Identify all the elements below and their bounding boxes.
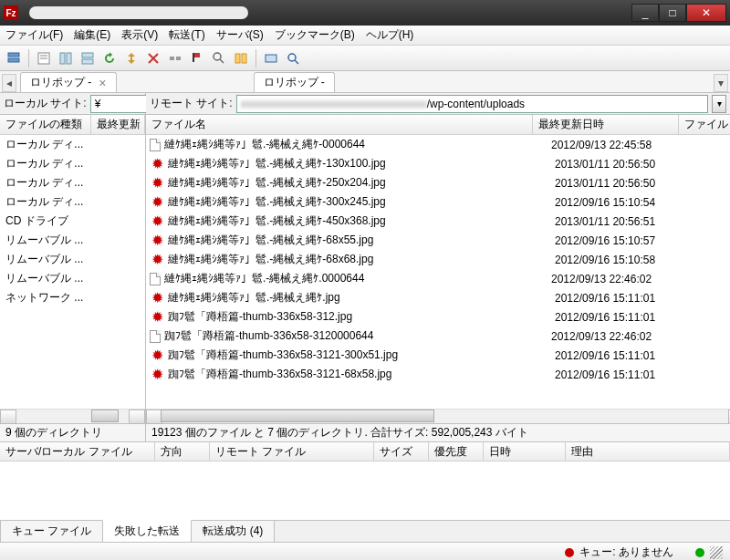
image-icon: ✹ bbox=[150, 176, 164, 191]
file-row[interactable]: ✹縺ｹ縄ｪ縄ｼ縄等ｧ」髱.‐縄械え縄ｹ-130x100.jpg2013/01/1… bbox=[146, 154, 730, 173]
file-name: 縺ｹ縄ｪ縄ｼ縄等ｧ」髱.‐縄械え縄ｹ.jpg bbox=[168, 290, 551, 306]
svg-rect-7 bbox=[82, 53, 93, 57]
tab-dropdown[interactable]: ▾ bbox=[714, 74, 728, 92]
list-item[interactable]: ローカル ディ... bbox=[0, 173, 145, 192]
tab-successful-transfers[interactable]: 転送成功 (4) bbox=[191, 521, 275, 543]
list-item[interactable]: ネットワーク ... bbox=[0, 288, 145, 307]
col-time[interactable]: 日時 bbox=[484, 442, 566, 461]
remote-path-dropdown[interactable]: ▾ bbox=[712, 95, 726, 113]
disconnect-icon[interactable] bbox=[165, 48, 185, 68]
file-row[interactable]: ✹踟ﾌ髱「蹲梧篇-thumb-336x58-312.jpg2012/09/16 … bbox=[146, 307, 730, 327]
tab-scroll-left[interactable]: ◂ bbox=[2, 74, 16, 92]
statusbar: キュー: ありません bbox=[0, 542, 730, 560]
list-item[interactable]: ローカル ディ... bbox=[0, 135, 145, 154]
file-row[interactable]: ✹縺ｹ縄ｪ縄ｼ縄等ｧ」髱.‐縄械え縄ｹ-68x68.jpg2012/09/16 … bbox=[146, 250, 730, 269]
col-filesize[interactable]: ファイル bbox=[679, 115, 730, 134]
remote-file-list[interactable]: 縺ｹ縄ｪ縄ｼ縄等ｧ」髱.‐縄械え縄ｹ-00006442012/09/13 22:… bbox=[146, 135, 730, 409]
col-modified-date[interactable]: 最終更新日時 bbox=[533, 115, 679, 134]
file-date: 2012/09/16 15:10:57 bbox=[555, 234, 701, 247]
file-name: 縺ｹ縄ｪ縄ｼ縄等ｧ」髱.‐縄械え縄ｹ.0000644 bbox=[164, 271, 548, 286]
filter-icon[interactable] bbox=[209, 48, 229, 68]
col-filetype[interactable]: ファイルの種類 bbox=[0, 115, 91, 134]
svg-rect-6 bbox=[67, 53, 71, 64]
close-button[interactable]: ✕ bbox=[686, 4, 726, 22]
file-row[interactable]: 縺ｹ縄ｪ縄ｼ縄等ｧ」髱.‐縄械え縄ｹ-00006442012/09/13 22:… bbox=[146, 135, 730, 154]
svg-rect-8 bbox=[82, 59, 93, 64]
remote-status: 19123 個のファイル と 7 個のディレクトリ. 合計サイズ: 592,00… bbox=[146, 423, 730, 441]
list-item[interactable]: ローカル ディ... bbox=[0, 154, 145, 173]
file-row[interactable]: ✹縺ｹ縄ｪ縄ｼ縄等ｧ」髱.‐縄械え縄ｹ-68x55.jpg2012/09/16 … bbox=[146, 231, 730, 250]
file-name: 縺ｹ縄ｪ縄ｼ縄等ｧ」髱.‐縄械え縄ｹ-68x68.jpg bbox=[168, 252, 551, 267]
process-queue-icon[interactable] bbox=[121, 48, 141, 68]
sync-browse-icon[interactable] bbox=[261, 48, 281, 68]
file-row[interactable]: ✹縺ｹ縄ｪ縄ｼ縄等ｧ」髱.‐縄械え縄ｹ.jpg2012/09/16 15:11:… bbox=[146, 288, 730, 307]
list-item[interactable]: リムーバブル ... bbox=[0, 269, 145, 288]
remote-hscrollbar[interactable] bbox=[146, 409, 730, 423]
file-row[interactable]: ✹縺ｹ縄ｪ縄ｼ縄等ｧ」髱.‐縄械え縄ｹ-300x245.jpg2012/09/1… bbox=[146, 192, 730, 212]
refresh-icon[interactable] bbox=[99, 48, 120, 68]
file-row[interactable]: ✹縺ｹ縄ｪ縄ｼ縄等ｧ」髱.‐縄械え縄ｹ-450x368.jpg2013/01/1… bbox=[146, 212, 730, 231]
tab-close-icon[interactable]: × bbox=[99, 76, 106, 90]
queue-list[interactable] bbox=[0, 461, 730, 520]
search-remote-icon[interactable] bbox=[283, 48, 303, 68]
toggle-tree-icon[interactable] bbox=[56, 48, 76, 68]
svg-rect-0 bbox=[8, 53, 19, 57]
toggle-log-icon[interactable] bbox=[34, 48, 54, 68]
svg-point-12 bbox=[214, 53, 221, 60]
svg-rect-16 bbox=[266, 55, 276, 62]
menu-file[interactable]: ファイル(F) bbox=[5, 27, 63, 43]
local-hscrollbar[interactable] bbox=[0, 409, 145, 423]
compare-icon[interactable] bbox=[231, 48, 251, 68]
col-modified[interactable]: 最終更新 bbox=[91, 115, 145, 134]
app-logo: Fz bbox=[4, 5, 18, 20]
col-direction[interactable]: 方向 bbox=[155, 442, 210, 461]
col-size[interactable]: サイズ bbox=[374, 442, 429, 461]
col-priority[interactable]: 優先度 bbox=[429, 442, 484, 461]
cancel-icon[interactable] bbox=[143, 48, 163, 68]
col-server-file[interactable]: サーバ/ローカル ファイル bbox=[0, 442, 155, 461]
file-date: 2012/09/16 15:11:01 bbox=[555, 292, 701, 305]
menu-edit[interactable]: 編集(E) bbox=[74, 27, 110, 43]
resize-grip[interactable] bbox=[710, 546, 723, 559]
col-remote-file[interactable]: リモート ファイル bbox=[210, 442, 374, 461]
sitemanager-icon[interactable] bbox=[4, 48, 24, 68]
tab-failed-transfers[interactable]: 失敗した転送 bbox=[102, 520, 192, 543]
image-icon: ✹ bbox=[150, 253, 164, 267]
svg-rect-9 bbox=[170, 57, 174, 60]
menu-help[interactable]: ヘルプ(H) bbox=[366, 27, 414, 43]
reconnect-icon[interactable] bbox=[187, 48, 207, 68]
list-item[interactable]: CD ドライブ bbox=[0, 212, 145, 231]
local-status: 9 個のディレクトリ bbox=[0, 423, 146, 441]
file-row[interactable]: ✹踟ﾌ髱「蹲梧篇-thumb-336x58-3121-68x58.jpg2012… bbox=[146, 365, 730, 384]
queue-tabs: キュー ファイル 失敗した転送 転送成功 (4) bbox=[0, 520, 730, 542]
tab-queued-files[interactable]: キュー ファイル bbox=[0, 521, 103, 543]
local-file-list[interactable]: ローカル ディ...ローカル ディ...ローカル ディ...ローカル ディ...… bbox=[0, 135, 145, 409]
file-date: 2013/01/11 20:56:51 bbox=[555, 215, 701, 228]
file-row[interactable]: ✹縺ｹ縄ｪ縄ｼ縄等ｧ」髱.‐縄械え縄ｹ-250x204.jpg2013/01/1… bbox=[146, 173, 730, 192]
file-date: 2012/09/16 15:10:54 bbox=[555, 196, 701, 209]
svg-rect-14 bbox=[235, 54, 240, 63]
menu-view[interactable]: 表示(V) bbox=[121, 27, 158, 43]
image-icon: ✹ bbox=[150, 368, 164, 382]
file-row[interactable]: 縺ｹ縄ｪ縄ｼ縄等ｧ」髱.‐縄械え縄ｹ.00006442012/09/13 22:… bbox=[146, 269, 730, 288]
col-reason[interactable]: 理由 bbox=[566, 442, 730, 461]
col-filename[interactable]: ファイル名 bbox=[146, 115, 533, 134]
connection-status-icon bbox=[695, 548, 704, 557]
image-icon: ✹ bbox=[150, 233, 164, 248]
connection-tab-2[interactable]: ロリポップ - bbox=[254, 72, 335, 92]
menu-transfer[interactable]: 転送(T) bbox=[169, 27, 204, 43]
remote-path-input[interactable]: xxxxxxxxxxxxxxxxxxxxxxxxxxxxxxxxxx/wp-co… bbox=[236, 95, 708, 113]
connection-tab-1[interactable]: ロリポップ - × bbox=[20, 72, 117, 92]
local-column-header: ファイルの種類 最終更新 bbox=[0, 115, 145, 135]
file-row[interactable]: ✹踟ﾌ髱「蹲梧篇-thumb-336x58-3121-300x51.jpg201… bbox=[146, 346, 730, 365]
list-item[interactable]: リムーバブル ... bbox=[0, 250, 145, 269]
toggle-queue-icon[interactable] bbox=[78, 48, 98, 68]
minimize-button[interactable]: _ bbox=[631, 4, 659, 22]
menu-bookmarks[interactable]: ブックマーク(B) bbox=[275, 27, 355, 43]
maximize-button[interactable]: □ bbox=[659, 4, 686, 22]
list-item[interactable]: リムーバブル ... bbox=[0, 231, 145, 250]
file-name: 縺ｹ縄ｪ縄ｼ縄等ｧ」髱.‐縄械え縄ｹ-68x55.jpg bbox=[168, 233, 551, 248]
file-row[interactable]: 踟ﾌ髱「蹲梧篇-thumb-336x58-31200006442012/09/1… bbox=[146, 327, 730, 346]
menu-server[interactable]: サーバ(S) bbox=[216, 27, 264, 43]
list-item[interactable]: ローカル ディ... bbox=[0, 192, 145, 212]
